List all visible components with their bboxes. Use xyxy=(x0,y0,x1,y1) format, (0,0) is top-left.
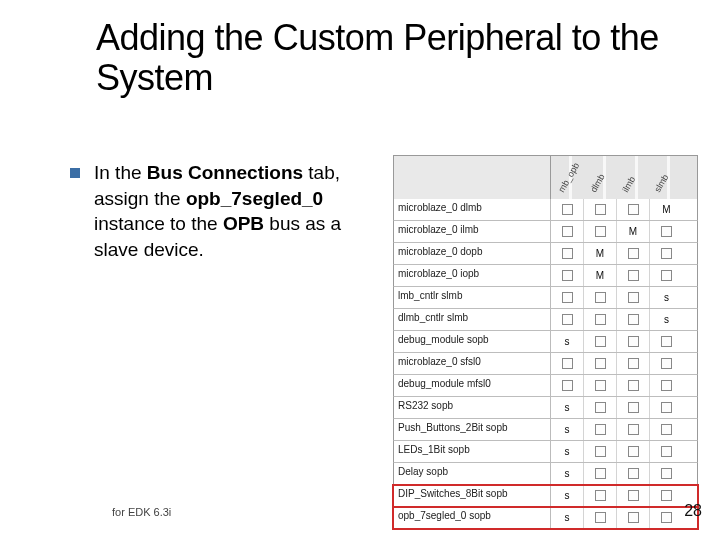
bus-cell[interactable]: s xyxy=(650,309,683,330)
checkbox-icon[interactable] xyxy=(628,380,639,391)
bus-cell[interactable] xyxy=(551,287,584,308)
bus-cell[interactable]: M xyxy=(617,221,650,242)
bus-cell[interactable] xyxy=(551,375,584,396)
checkbox-icon[interactable] xyxy=(628,424,639,435)
checkbox-icon[interactable] xyxy=(628,204,639,215)
bus-cell[interactable] xyxy=(584,419,617,440)
bus-cell[interactable] xyxy=(551,243,584,264)
checkbox-icon[interactable] xyxy=(628,336,639,347)
checkbox-icon[interactable] xyxy=(661,270,672,281)
checkbox-icon[interactable] xyxy=(595,380,606,391)
bus-cell[interactable] xyxy=(650,243,683,264)
checkbox-icon[interactable] xyxy=(661,402,672,413)
checkbox-icon[interactable] xyxy=(595,292,606,303)
checkbox-icon[interactable] xyxy=(628,314,639,325)
bus-cell[interactable] xyxy=(650,441,683,462)
bus-cell[interactable]: s xyxy=(551,331,584,352)
checkbox-icon[interactable] xyxy=(595,468,606,479)
checkbox-icon[interactable] xyxy=(562,314,573,325)
checkbox-icon[interactable] xyxy=(661,468,672,479)
bus-cell[interactable] xyxy=(617,331,650,352)
checkbox-icon[interactable] xyxy=(595,314,606,325)
bus-cell[interactable] xyxy=(584,221,617,242)
bus-cell[interactable] xyxy=(617,265,650,286)
bus-cell[interactable] xyxy=(650,331,683,352)
bus-cell[interactable] xyxy=(584,397,617,418)
checkbox-icon[interactable] xyxy=(661,226,672,237)
bus-cell[interactable] xyxy=(584,287,617,308)
bus-cell[interactable] xyxy=(551,265,584,286)
checkbox-icon[interactable] xyxy=(628,512,639,523)
bus-cell[interactable] xyxy=(650,375,683,396)
checkbox-icon[interactable] xyxy=(595,402,606,413)
checkbox-icon[interactable] xyxy=(661,248,672,259)
bus-cell[interactable] xyxy=(617,441,650,462)
bus-cell[interactable] xyxy=(584,199,617,220)
bus-cell[interactable]: M xyxy=(650,199,683,220)
bus-cell[interactable] xyxy=(617,463,650,484)
bus-cell[interactable] xyxy=(584,441,617,462)
checkbox-icon[interactable] xyxy=(628,248,639,259)
checkbox-icon[interactable] xyxy=(628,270,639,281)
bus-cell[interactable] xyxy=(617,287,650,308)
bus-cell[interactable] xyxy=(617,243,650,264)
bus-cell[interactable] xyxy=(584,507,617,528)
checkbox-icon[interactable] xyxy=(562,292,573,303)
bus-cell[interactable] xyxy=(551,309,584,330)
checkbox-icon[interactable] xyxy=(661,358,672,369)
bus-cell[interactable]: s xyxy=(551,507,584,528)
bus-cell[interactable] xyxy=(584,485,617,506)
checkbox-icon[interactable] xyxy=(628,292,639,303)
checkbox-icon[interactable] xyxy=(661,490,672,501)
checkbox-icon[interactable] xyxy=(661,512,672,523)
checkbox-icon[interactable] xyxy=(595,424,606,435)
bus-cell[interactable] xyxy=(551,353,584,374)
bus-cell[interactable] xyxy=(617,397,650,418)
bus-cell[interactable] xyxy=(551,221,584,242)
checkbox-icon[interactable] xyxy=(562,248,573,259)
bus-cell[interactable] xyxy=(617,375,650,396)
bus-cell[interactable] xyxy=(584,331,617,352)
bus-cell[interactable] xyxy=(650,397,683,418)
checkbox-icon[interactable] xyxy=(562,358,573,369)
checkbox-icon[interactable] xyxy=(562,270,573,281)
bus-cell[interactable]: s xyxy=(551,441,584,462)
bus-cell[interactable]: M xyxy=(584,243,617,264)
bus-cell[interactable] xyxy=(650,463,683,484)
checkbox-icon[interactable] xyxy=(628,446,639,457)
checkbox-icon[interactable] xyxy=(628,358,639,369)
bus-cell[interactable] xyxy=(584,309,617,330)
bus-cell[interactable]: s xyxy=(551,485,584,506)
checkbox-icon[interactable] xyxy=(661,446,672,457)
bus-cell[interactable] xyxy=(617,507,650,528)
checkbox-icon[interactable] xyxy=(595,358,606,369)
checkbox-icon[interactable] xyxy=(595,336,606,347)
bus-cell[interactable] xyxy=(650,419,683,440)
checkbox-icon[interactable] xyxy=(562,226,573,237)
checkbox-icon[interactable] xyxy=(595,226,606,237)
checkbox-icon[interactable] xyxy=(562,380,573,391)
checkbox-icon[interactable] xyxy=(628,468,639,479)
bus-cell[interactable] xyxy=(551,199,584,220)
bus-cell[interactable]: s xyxy=(650,287,683,308)
bus-cell[interactable]: M xyxy=(584,265,617,286)
checkbox-icon[interactable] xyxy=(595,512,606,523)
bus-cell[interactable] xyxy=(650,507,683,528)
bus-cell[interactable] xyxy=(617,485,650,506)
bus-cell[interactable] xyxy=(650,353,683,374)
checkbox-icon[interactable] xyxy=(661,380,672,391)
bus-cell[interactable]: s xyxy=(551,419,584,440)
bus-cell[interactable] xyxy=(617,353,650,374)
bus-cell[interactable] xyxy=(617,199,650,220)
checkbox-icon[interactable] xyxy=(595,490,606,501)
checkbox-icon[interactable] xyxy=(562,204,573,215)
bus-cell[interactable] xyxy=(584,353,617,374)
bus-cell[interactable] xyxy=(650,221,683,242)
bus-cell[interactable] xyxy=(650,485,683,506)
checkbox-icon[interactable] xyxy=(595,446,606,457)
checkbox-icon[interactable] xyxy=(628,490,639,501)
checkbox-icon[interactable] xyxy=(661,336,672,347)
bus-cell[interactable] xyxy=(617,419,650,440)
checkbox-icon[interactable] xyxy=(628,402,639,413)
bus-cell[interactable] xyxy=(617,309,650,330)
